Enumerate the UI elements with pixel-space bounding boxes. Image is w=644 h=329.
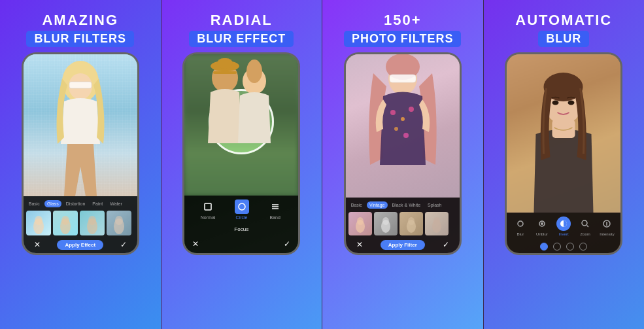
action-bar-2: ✕ ✓ (184, 235, 298, 253)
dot-3[interactable] (566, 243, 574, 251)
svg-point-28 (394, 127, 398, 131)
circle-icon (235, 199, 249, 214)
svg-point-18 (239, 203, 245, 210)
tab-basic[interactable]: Basic (26, 200, 42, 207)
tab-glass[interactable]: Glass (44, 200, 61, 207)
svg-point-33 (382, 217, 389, 225)
tool-unblur[interactable]: Unblur (535, 216, 549, 236)
check-icon-3[interactable]: ✓ (440, 239, 452, 251)
mode-band[interactable]: Band (268, 199, 282, 220)
panel4-phone: Blur Unblur Invert (505, 52, 622, 255)
close-icon[interactable]: ✕ (31, 239, 43, 251)
normal-icon (201, 199, 215, 214)
panel4-title-line1: AUTOMATIC (515, 12, 612, 29)
dot-4[interactable] (579, 243, 587, 251)
svg-point-8 (88, 216, 96, 225)
mode-normal[interactable]: Normal (201, 199, 216, 220)
panel1-title-line2: BLUR FILTERS (26, 31, 134, 47)
panel4-photo (507, 54, 620, 213)
panel2-title: RADIAL BLUR EFFECT (189, 12, 294, 47)
svg-point-26 (401, 117, 405, 121)
panel1-bottom-bar: Basic Glass Distortion Paint Water (24, 196, 137, 253)
svg-point-35 (408, 217, 415, 225)
panel2-title-line1: RADIAL (189, 12, 294, 29)
woman-silhouette (44, 59, 116, 196)
tool-blur[interactable]: Blur (513, 216, 528, 236)
tool-intensity[interactable]: Intensity (600, 216, 614, 236)
tab-water[interactable]: Water (107, 200, 124, 207)
zoom-label: Zoom (581, 232, 590, 236)
panel1-phone: Basic Glass Distortion Paint Water (22, 52, 139, 255)
tool-invert[interactable]: Invert (556, 216, 571, 236)
svg-point-10 (115, 216, 123, 225)
svg-rect-2 (69, 82, 92, 88)
tab3-splash[interactable]: Splash (425, 201, 444, 209)
svg-point-6 (61, 216, 69, 225)
close-icon-3[interactable]: ✕ (354, 239, 365, 251)
panel3-title: 150+ PHOTO FILTERS (344, 12, 461, 47)
panel3-title-line1: 150+ (344, 12, 461, 29)
vintage-thumb-3[interactable] (399, 212, 423, 235)
action-bar-1: ✕ Apply Effect ✓ (26, 239, 135, 251)
portrait-woman (517, 56, 611, 213)
panel-radial-blur: RADIAL BLUR EFFECT (161, 0, 322, 329)
tab3-bw[interactable]: Black & White (390, 201, 424, 209)
svg-line-48 (587, 226, 589, 228)
panel4-phone-bg: Blur Unblur Invert (507, 54, 620, 253)
invert-label: Invert (559, 232, 569, 236)
panel3-phone-bg: Basic Vintage Black & White Splash (346, 54, 460, 253)
tool-zoom[interactable]: Zoom (578, 216, 592, 236)
thumbnail-3[interactable] (80, 211, 105, 235)
svg-rect-13 (217, 58, 233, 69)
tab3-basic[interactable]: Basic (348, 201, 365, 209)
filter-tabs: Basic Glass Distortion Paint Water (26, 200, 135, 207)
apply-effect-btn[interactable]: Apply Effect (57, 240, 103, 250)
vintage-thumb-4[interactable] (425, 212, 449, 235)
svg-point-47 (582, 220, 587, 226)
panel3-title-line2: PHOTO FILTERS (344, 31, 461, 47)
mode-circle[interactable]: Circle (235, 199, 249, 220)
svg-point-40 (544, 73, 583, 101)
thumbnail-row (26, 211, 135, 235)
thumbnail-2[interactable] (53, 211, 78, 235)
mode-selector: Normal Circle Band (184, 196, 298, 224)
panel3-phone: Basic Vintage Black & White Splash (344, 52, 462, 255)
thumbnail-1[interactable] (26, 211, 51, 235)
panel1-title: AMAZING BLUR FILTERS (26, 12, 134, 47)
tab-distortion[interactable]: Distortion (63, 200, 88, 207)
panel1-photo (24, 54, 137, 196)
band-icon (268, 199, 282, 214)
panel1-phone-bg: Basic Glass Distortion Paint Water (24, 54, 137, 253)
panel2-photo (184, 54, 298, 196)
panel2-phone-bg: Normal Circle Band Focus (184, 54, 298, 253)
svg-point-42 (568, 101, 575, 105)
invert-icon-wrap (556, 216, 571, 231)
women-figures (192, 54, 290, 196)
dot-2[interactable] (553, 243, 561, 251)
filter-tabs-3: Basic Vintage Black & White Splash (348, 201, 457, 209)
focus-text: Focus (190, 226, 293, 232)
close-icon-2[interactable]: ✕ (190, 238, 201, 250)
zoom-icon-wrap (578, 216, 592, 231)
panel2-focus-label: Focus (184, 224, 298, 235)
svg-point-29 (403, 133, 409, 138)
band-label: Band (269, 215, 280, 220)
blur-icon-wrap (513, 216, 528, 231)
check-icon[interactable]: ✓ (118, 239, 129, 251)
check-icon-2[interactable]: ✓ (281, 238, 293, 250)
action-bar-3: ✕ Apply Filter ✓ (348, 239, 457, 251)
vintage-thumb-2[interactable] (374, 212, 398, 235)
apply-filter-btn[interactable]: Apply Filter (381, 240, 425, 250)
dot-1[interactable] (540, 243, 548, 251)
panel-blur-filters: AMAZING BLUR FILTERS (0, 0, 161, 329)
svg-point-45 (541, 222, 543, 225)
vintage-thumb-1[interactable] (348, 212, 372, 235)
svg-point-27 (409, 107, 414, 112)
tab3-vintage[interactable]: Vintage (367, 201, 388, 209)
tab-paint[interactable]: Paint (90, 200, 105, 207)
panel3-photo (346, 54, 460, 198)
thumbnail-4[interactable] (107, 211, 131, 235)
vintage-thumbnails (348, 212, 457, 235)
svg-point-25 (390, 110, 396, 115)
tool-bar: Blur Unblur Invert (507, 213, 620, 240)
